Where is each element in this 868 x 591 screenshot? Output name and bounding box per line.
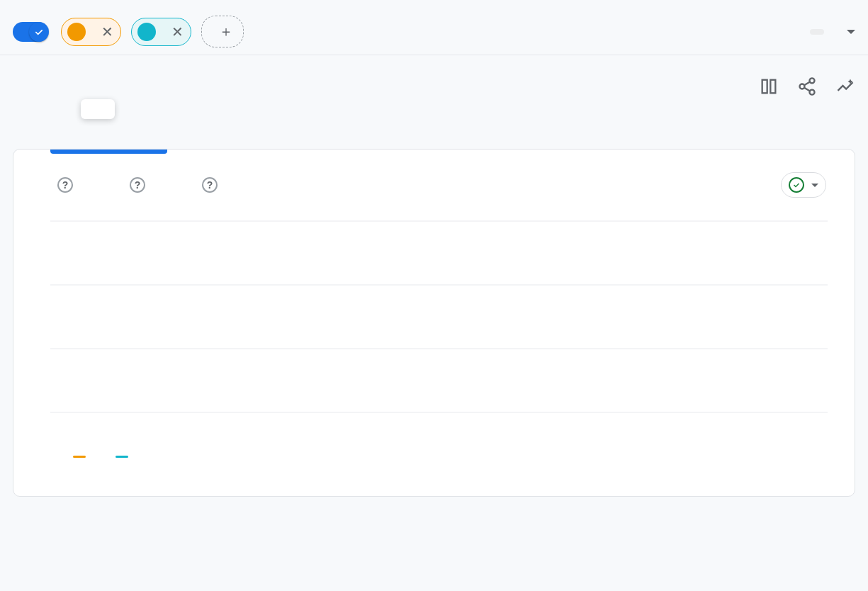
comparison-toggle[interactable] — [13, 22, 48, 42]
x-tick — [50, 427, 114, 440]
svg-line-6 — [804, 88, 810, 91]
svg-point-2 — [810, 78, 815, 83]
svg-rect-1 — [770, 80, 775, 94]
x-tick — [493, 427, 557, 440]
help-icon[interactable]: ? — [202, 177, 218, 193]
chip-letter — [137, 23, 156, 41]
check-icon — [789, 177, 804, 193]
help-icon[interactable]: ? — [130, 177, 145, 193]
tab-total-ad-revenue[interactable]: ? — [195, 177, 218, 193]
help-icon[interactable]: ? — [57, 177, 73, 193]
legend-paid — [115, 456, 135, 461]
chart-svg — [50, 210, 828, 423]
plus-icon: ＋ — [219, 22, 233, 41]
chevron-down-icon — [847, 30, 855, 34]
svg-line-5 — [804, 82, 810, 86]
legend-organic — [73, 456, 93, 461]
close-icon[interactable]: ✕ — [171, 25, 184, 39]
chip-organic-traffic[interactable]: ✕ — [61, 18, 121, 46]
close-icon[interactable]: ✕ — [101, 25, 113, 39]
chip-paid-traffic[interactable]: ✕ — [131, 18, 191, 46]
tab-total-revenue[interactable]: ? — [50, 177, 73, 193]
chip-letter — [67, 23, 86, 41]
chevron-down-icon — [811, 184, 818, 187]
add-comparison-button[interactable]: ＋ — [201, 16, 244, 47]
metrics-card: ? ? ? — [13, 149, 855, 497]
share-icon[interactable] — [797, 77, 817, 99]
svg-point-3 — [800, 84, 805, 89]
revenue-chart — [50, 210, 828, 461]
date-range-picker[interactable] — [810, 29, 855, 35]
insights-icon[interactable] — [835, 77, 855, 99]
title-row — [0, 55, 868, 99]
svg-point-4 — [810, 90, 815, 95]
compare-icon[interactable] — [759, 77, 779, 99]
x-tick — [714, 427, 778, 440]
chart-legend — [73, 456, 828, 461]
chip-tooltip — [81, 99, 115, 119]
x-tick — [271, 427, 335, 440]
date-type-badge — [810, 29, 824, 35]
svg-rect-0 — [762, 80, 767, 94]
top-filter-bar: ✕ ✕ ＋ — [0, 0, 868, 55]
tab-purchase-revenue[interactable]: ? — [123, 177, 145, 193]
anomaly-status-dropdown[interactable] — [781, 172, 826, 198]
